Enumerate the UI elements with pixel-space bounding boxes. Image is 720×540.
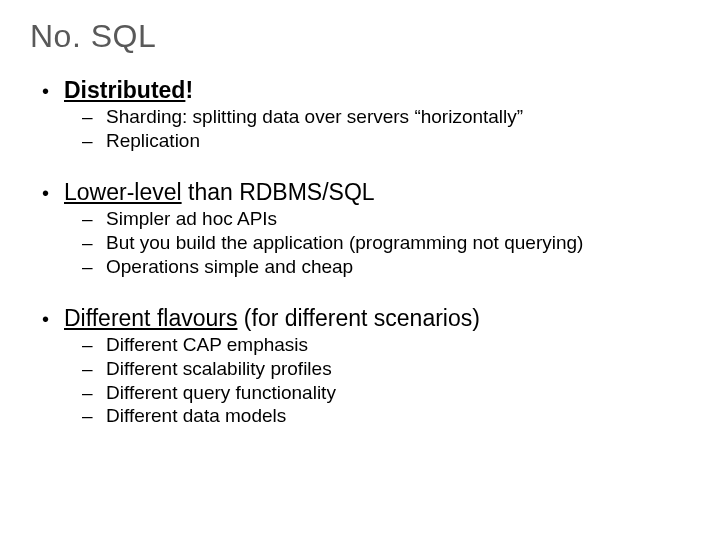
- sub-text: But you build the application (programmi…: [106, 231, 583, 255]
- dash-icon: –: [82, 404, 106, 428]
- bullet-label: Distributed!: [64, 77, 193, 103]
- slide: No. SQL • Distributed! –Sharding: splitt…: [0, 0, 720, 540]
- sub-item: –Operations simple and cheap: [82, 255, 690, 279]
- bullet-dot-icon: •: [42, 182, 64, 205]
- bullet-dot-icon: •: [42, 308, 64, 331]
- bullet-label-main: Lower-level: [64, 179, 182, 205]
- bullet-item-distributed: • Distributed! –Sharding: splitting data…: [42, 77, 690, 153]
- sub-item: –Different data models: [82, 404, 690, 428]
- sub-item: –Different CAP emphasis: [82, 333, 690, 357]
- bullet-label-main: Distributed: [64, 77, 185, 103]
- bullet-list: • Distributed! –Sharding: splitting data…: [30, 77, 690, 428]
- bullet-label-plain: than RDBMS/SQL: [182, 179, 375, 205]
- bullet-label-main: Different flavours: [64, 305, 237, 331]
- bullet-item-flavours: • Different flavours (for different scen…: [42, 305, 690, 428]
- sub-item: –Sharding: splitting data over servers “…: [82, 105, 690, 129]
- sub-list: –Simpler ad hoc APIs –But you build the …: [42, 207, 690, 278]
- sub-text: Simpler ad hoc APIs: [106, 207, 277, 231]
- bullet-label-plain: (for different scenarios): [237, 305, 479, 331]
- sub-item: –But you build the application (programm…: [82, 231, 690, 255]
- sub-text: Different data models: [106, 404, 286, 428]
- dash-icon: –: [82, 207, 106, 231]
- sub-text: Replication: [106, 129, 200, 153]
- bullet-label: Lower-level than RDBMS/SQL: [64, 179, 375, 205]
- dash-icon: –: [82, 255, 106, 279]
- bullet-row: • Lower-level than RDBMS/SQL: [42, 179, 690, 205]
- sub-item: –Replication: [82, 129, 690, 153]
- dash-icon: –: [82, 381, 106, 405]
- sub-item: –Simpler ad hoc APIs: [82, 207, 690, 231]
- bullet-item-lower-level: • Lower-level than RDBMS/SQL –Simpler ad…: [42, 179, 690, 279]
- bullet-label-suffix: !: [185, 77, 193, 103]
- bullet-row: • Different flavours (for different scen…: [42, 305, 690, 331]
- dash-icon: –: [82, 357, 106, 381]
- sub-text: Different CAP emphasis: [106, 333, 308, 357]
- bullet-row: • Distributed!: [42, 77, 690, 103]
- bullet-label: Different flavours (for different scenar…: [64, 305, 480, 331]
- dash-icon: –: [82, 333, 106, 357]
- sub-text: Different scalability profiles: [106, 357, 332, 381]
- dash-icon: –: [82, 231, 106, 255]
- sub-list: –Different CAP emphasis –Different scala…: [42, 333, 690, 428]
- sub-item: –Different query functionality: [82, 381, 690, 405]
- bullet-dot-icon: •: [42, 80, 64, 103]
- sub-text: Different query functionality: [106, 381, 336, 405]
- dash-icon: –: [82, 105, 106, 129]
- sub-item: –Different scalability profiles: [82, 357, 690, 381]
- sub-text: Operations simple and cheap: [106, 255, 353, 279]
- dash-icon: –: [82, 129, 106, 153]
- slide-title: No. SQL: [30, 18, 690, 55]
- sub-text: Sharding: splitting data over servers “h…: [106, 105, 523, 129]
- sub-list: –Sharding: splitting data over servers “…: [42, 105, 690, 153]
